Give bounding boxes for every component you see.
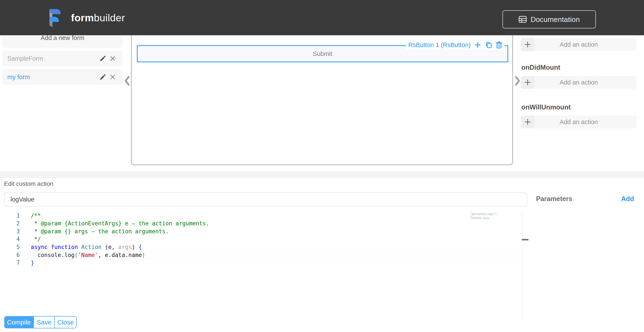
line-number: 3 (8, 228, 20, 234)
event-heading-ondidmount: onDidMount (522, 64, 560, 72)
add-action-row[interactable]: Add an action (521, 116, 637, 128)
pencil-icon (99, 73, 106, 81)
line-number: 7 (8, 260, 20, 266)
add-action-label: Add an action (521, 79, 637, 86)
compile-button[interactable]: Compile (4, 316, 33, 328)
panel-seam (0, 171, 644, 178)
code-line-4: 4 */ (0, 235, 522, 243)
edit-custom-action-title: Edit custom action (4, 180, 53, 187)
delete-form-button[interactable] (108, 72, 118, 82)
add-action-label: Add an action (521, 118, 637, 126)
close-icon (110, 74, 116, 80)
add-new-form-label: Add a new form (41, 34, 84, 42)
editor-minimap[interactable]: /** * @param {ActionEventArgs} e — the a… (470, 212, 497, 232)
line-number: 6 (8, 252, 20, 258)
code-text: async function Action (e, args) { (31, 244, 142, 250)
brand-bold: form (71, 12, 94, 24)
event-heading-onwillunmount: onWillUnmount (522, 104, 571, 111)
form-list-item-sampleform[interactable]: SampleForm (2, 51, 123, 66)
code-line-3: 3 * @param {} args — the action argument… (0, 227, 522, 235)
submit-button-label: Submit (313, 50, 332, 58)
minimap-line: } (470, 219, 497, 220)
action-name-input[interactable] (4, 192, 527, 206)
code-line-7: 7} (0, 259, 522, 267)
editor-footer-buttons: Compile Save Close (4, 316, 76, 328)
line-number: 1 (8, 212, 20, 219)
app-header: formbuilder Documentation (0, 0, 644, 35)
table-icon (518, 16, 527, 23)
documentation-button[interactable]: Documentation (502, 10, 596, 28)
add-widget-icon[interactable] (474, 41, 482, 48)
add-action-row[interactable]: Add an action (521, 38, 637, 51)
collapse-sidebar-chevron[interactable] (124, 76, 130, 86)
brand-wordmark: formbuilder (71, 0, 125, 35)
add-action-row[interactable]: Add an action (521, 76, 637, 89)
editor-divider (522, 212, 522, 320)
add-parameter-link[interactable]: Add (621, 195, 634, 203)
code-text: } (31, 260, 34, 266)
code-line-6: 6 console.log('Name', e.data.name) (0, 251, 522, 259)
collapse-right-panel-chevron[interactable] (515, 76, 520, 86)
brand-light: builder (94, 12, 125, 24)
line-number: 4 (8, 236, 20, 242)
form-name: my form (7, 74, 98, 81)
documentation-label: Documentation (531, 15, 580, 24)
custom-action-editor-panel: Edit custom action Parameters Add 1/**2 … (0, 178, 644, 332)
code-text: /** (31, 212, 41, 219)
code-text: console.log('Name', e.data.name) (31, 252, 145, 258)
formbuilder-app: formbuilder Documentation Add a new form… (0, 0, 644, 332)
code-editor[interactable]: 1/**2 * @param {ActionEventArgs} e — the… (0, 212, 522, 276)
code-text: */ (31, 236, 41, 242)
code-text: * @param {} args — the action arguments. (31, 228, 169, 234)
form-list-item-my-form[interactable]: my form (2, 69, 123, 85)
add-action-label: Add an action (521, 41, 637, 48)
duplicate-widget-icon[interactable] (485, 41, 492, 48)
delete-widget-icon[interactable] (496, 41, 502, 48)
minimap-line: * @param {} args — the action arguments. (470, 214, 497, 216)
code-text: * @param {ActionEventArgs} e — the actio… (31, 220, 209, 227)
edit-form-button[interactable] (98, 54, 108, 64)
close-icon (110, 55, 116, 62)
form-name: SampleForm (7, 55, 98, 62)
save-button[interactable]: Save (33, 316, 55, 328)
pencil-icon (99, 55, 106, 62)
line-number: 5 (8, 244, 20, 250)
parameters-heading: Parameters (536, 195, 572, 203)
code-line-2: 2 * @param {ActionEventArgs} e — the act… (0, 220, 522, 228)
line-number: 2 (8, 220, 20, 227)
code-line-1: 1/** (0, 212, 522, 220)
panel-resize-handle[interactable] (522, 239, 528, 240)
close-button[interactable]: Close (54, 316, 76, 328)
delete-form-button[interactable] (108, 54, 118, 64)
edit-form-button[interactable] (98, 72, 108, 82)
code-line-5: 5async function Action (e, args) { (0, 243, 522, 251)
widget-selection-toolbar: RsButton 1 (RsButton) (406, 40, 504, 50)
formbuilder-logo-icon (48, 8, 62, 28)
selected-widget-label: RsButton 1 (RsButton) (408, 42, 471, 48)
